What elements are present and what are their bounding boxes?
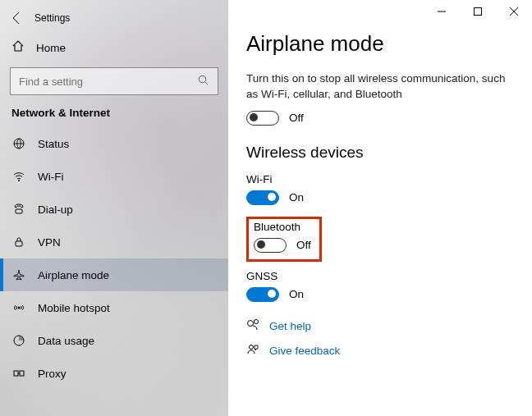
vpn-icon (11, 235, 26, 249)
home-icon (11, 39, 25, 56)
sidebar-item-status[interactable]: Status (0, 127, 228, 160)
feedback-icon (246, 343, 259, 359)
page-title: Airplane mode (246, 31, 516, 57)
gnss-label: GNSS (246, 270, 516, 282)
bluetooth-label: Bluetooth (254, 221, 311, 233)
data-usage-icon (11, 334, 26, 347)
gnss-state: On (289, 288, 304, 300)
sidebar-item-wifi[interactable]: Wi-Fi (0, 160, 228, 193)
back-button[interactable] (5, 6, 30, 30)
page-description: Turn this on to stop all wireless commun… (246, 71, 516, 103)
search-input[interactable] (19, 75, 197, 88)
home-nav[interactable]: Home (0, 31, 228, 62)
gnss-toggle[interactable] (246, 287, 279, 302)
dialup-icon (11, 203, 26, 216)
maximize-button[interactable] (460, 0, 496, 23)
sidebar-item-label: Status (38, 138, 69, 150)
wifi-toggle[interactable] (246, 190, 279, 205)
airplane-icon (11, 268, 26, 281)
svg-rect-8 (20, 371, 24, 376)
svg-point-10 (248, 320, 254, 326)
airplane-mode-toggle[interactable] (246, 111, 279, 126)
sidebar-item-label: Mobile hotspot (38, 302, 110, 314)
wifi-icon (11, 170, 26, 183)
search-input-container[interactable] (10, 67, 218, 95)
wifi-label: Wi-Fi (246, 173, 516, 185)
get-help-link[interactable]: Get help (269, 320, 311, 332)
bluetooth-toggle[interactable] (254, 238, 287, 253)
svg-rect-3 (16, 209, 22, 213)
svg-rect-7 (14, 371, 18, 376)
bluetooth-state: Off (296, 239, 311, 251)
airplane-mode-state: Off (289, 112, 304, 124)
sidebar-item-proxy[interactable]: Proxy (0, 357, 228, 390)
sidebar-item-vpn[interactable]: VPN (0, 226, 228, 258)
sidebar-item-dialup[interactable]: Dial-up (0, 193, 228, 226)
sidebar-item-label: Airplane mode (38, 269, 109, 281)
proxy-icon (11, 367, 26, 380)
hotspot-icon (11, 301, 26, 314)
sidebar-item-data-usage[interactable]: Data usage (0, 324, 228, 357)
wifi-state: On (289, 191, 304, 203)
wireless-devices-header: Wireless devices (246, 144, 516, 162)
bluetooth-highlight: Bluetooth Off (246, 217, 322, 262)
sidebar-item-label: Proxy (38, 368, 66, 380)
svg-point-5 (18, 307, 21, 309)
category-header: Network & Internet (0, 107, 228, 127)
sidebar-item-label: Data usage (38, 335, 94, 347)
sidebar-item-label: Dial-up (38, 203, 73, 216)
minimize-button[interactable] (424, 0, 460, 23)
svg-point-0 (199, 75, 205, 82)
sidebar-item-airplane-mode[interactable]: Airplane mode (0, 258, 228, 291)
give-feedback-link[interactable]: Give feedback (269, 345, 340, 357)
sidebar-item-mobile-hotspot[interactable]: Mobile hotspot (0, 291, 228, 324)
home-label: Home (36, 42, 66, 54)
close-button[interactable] (496, 0, 532, 23)
sidebar-item-label: Wi-Fi (38, 171, 63, 183)
svg-rect-4 (16, 241, 22, 246)
svg-point-12 (250, 345, 254, 349)
sidebar-item-label: VPN (38, 236, 61, 249)
svg-point-2 (18, 180, 20, 181)
svg-point-11 (255, 319, 259, 323)
globe-icon (11, 137, 26, 150)
svg-rect-9 (475, 8, 482, 16)
window-title: Settings (34, 12, 70, 24)
search-icon (197, 74, 209, 89)
help-icon (246, 318, 259, 335)
